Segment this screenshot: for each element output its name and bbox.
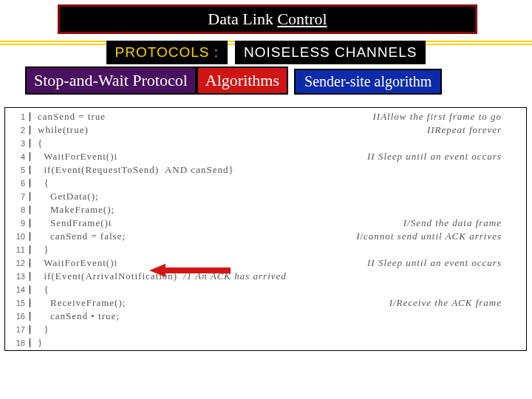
line-number: 3: [9, 139, 30, 148]
arrow-shaft: [166, 267, 231, 273]
code-line: 4 WaitForEvent()iII Sleep until an event…: [9, 150, 522, 163]
code-line: 17 }: [9, 323, 522, 336]
code-line: 7 GetData();: [9, 190, 522, 203]
badge-row-2: Stop-and-Wait Protocol Algorithms Sender…: [25, 66, 442, 95]
code-line: 3{: [9, 137, 522, 150]
line-number: 12: [9, 259, 30, 267]
code-comment: II Sleep until an event occurs: [367, 151, 522, 163]
code-line: 16 canSend • true;: [9, 310, 522, 323]
code-text: }: [38, 244, 50, 256]
code-comment: IIAllow the first frame to go: [372, 111, 522, 123]
line-number: 10: [9, 232, 30, 241]
code-text: MakeFrame();: [38, 204, 115, 216]
code-line: 12 WaitForEvent()iII Sleep until an even…: [9, 256, 522, 270]
code-text: }: [38, 337, 43, 349]
line-number: 6: [9, 179, 30, 188]
code-line: 11 }: [9, 243, 522, 256]
code-line: 13 if(Event(ArrivalNotification)/1 An AC…: [9, 270, 522, 283]
pointer-arrow: [149, 264, 231, 277]
badge-noiseless: NOISELESS CHANNELS: [235, 41, 426, 64]
badge-stop-and-wait: Stop-and-Wait Protocol: [25, 66, 197, 95]
code-comment: I/cannot send until ACK arrives: [356, 231, 522, 242]
badge-protocols: PROTOCOLS :: [106, 41, 228, 64]
code-text: {: [38, 137, 43, 149]
title-bar: Data Link Control: [58, 4, 477, 34]
code-line: 14 {: [9, 283, 522, 296]
badge-row-1: PROTOCOLS : NOISELESS CHANNELS: [0, 41, 532, 64]
code-text: while(true): [38, 124, 89, 136]
code-line: 9 SendFrame()iI/Send the data frame: [9, 216, 522, 230]
badge-algorithms: Algorithms: [197, 66, 288, 95]
line-number: 16: [9, 312, 30, 321]
code-comment: II Sleep until an event occurs: [367, 257, 522, 269]
code-text: }: [38, 324, 50, 335]
line-number: 4: [9, 152, 30, 161]
line-number: 5: [9, 166, 30, 174]
code-comment: I/Receive the ACK frame: [389, 297, 522, 309]
code-text: {: [38, 177, 50, 189]
code-text: canSend • true;: [38, 310, 120, 322]
arrow-head-icon: [149, 264, 166, 277]
code-line: 2while(true)IIRepeat forever: [9, 123, 522, 137]
line-number: 15: [9, 299, 30, 307]
slide-title: Data Link Control: [208, 10, 327, 29]
line-number: 9: [9, 219, 30, 228]
line-number: 13: [9, 272, 30, 281]
code-line: 5 if(Event(RequestToSend) AND canSend}: [9, 163, 522, 177]
line-number: 8: [9, 205, 30, 214]
code-line: 15 ReceiveFrame();I/Receive the ACK fram…: [9, 296, 522, 310]
code-text: WaitForEvent()i: [38, 257, 117, 269]
code-line: 10 canSend = false;I/cannot send until A…: [9, 230, 522, 243]
code-text: if(Event(RequestToSend) AND canSend}: [38, 164, 234, 176]
code-text: WaitForEvent()i: [38, 151, 117, 163]
code-line: 8 MakeFrame();: [9, 203, 522, 216]
line-number: 14: [9, 285, 30, 294]
line-number: 1: [9, 112, 30, 121]
line-number: 7: [9, 192, 30, 201]
code-text: canSend = false;: [38, 231, 126, 242]
title-plain: Data Link: [208, 10, 277, 28]
code-text: canSend = true: [38, 111, 106, 123]
code-text: ReceiveFrame();: [38, 297, 126, 309]
code-text: GetData();: [38, 191, 99, 202]
code-comment: I/Send the data frame: [403, 217, 522, 229]
code-text: {: [38, 284, 50, 296]
code-line: 1canSend = trueIIAllow the first frame t…: [9, 110, 522, 123]
line-number: 11: [9, 245, 30, 254]
line-number: 18: [9, 338, 30, 347]
code-comment: IIRepeat forever: [427, 124, 522, 136]
slide: Data Link Control PROTOCOLS : NOISELESS …: [0, 0, 532, 399]
code-text: SendFrame()i: [38, 217, 112, 229]
badge-sender-site: Sender-site algorithm: [294, 69, 442, 95]
code-line: 6 {: [9, 177, 522, 190]
code-line: 18}: [9, 336, 522, 349]
code-listing: 1canSend = trueIIAllow the first frame t…: [9, 110, 522, 348]
line-number: 2: [9, 126, 30, 134]
line-number: 17: [9, 325, 30, 334]
title-underlined: Control: [277, 10, 327, 28]
